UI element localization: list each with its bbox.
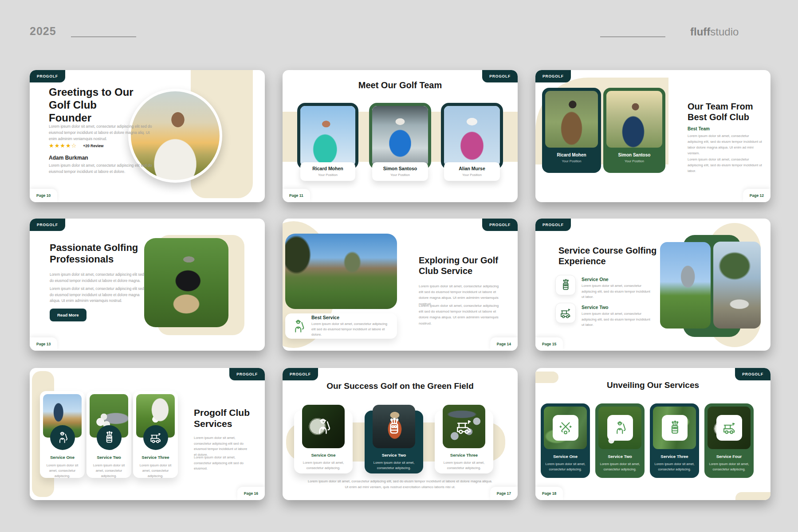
paragraph: Lorem ipsum dolor sit amet, consectetur …	[688, 133, 762, 156]
service-photo	[302, 405, 345, 448]
header-rule-right	[600, 36, 665, 37]
service-text: Lorem ipsum dolor sit amet, consectetur …	[545, 462, 586, 472]
slide-best-team[interactable]: PROGOLF Ricard Mohen Your Position Simon…	[535, 70, 770, 202]
service-card: Service One Lorem ipsum dolor sit amet, …	[541, 403, 590, 478]
founder-description: Lorem ipsum dolor sit amet, consectetur …	[49, 162, 153, 175]
team-member-nameplate: Ricard Mohen Your Position	[300, 162, 355, 181]
template-showcase-canvas: 2025 fluffstudio PROGOLF Greetings to Ou…	[0, 0, 798, 532]
page-number-tab: Page 12	[743, 189, 770, 202]
page-number-tab: Page 15	[535, 337, 563, 351]
slide-passionate[interactable]: PROGOLF Passionate Golfing Professionals…	[30, 219, 265, 351]
team-member-photo	[372, 106, 428, 166]
golf-bag-icon	[97, 425, 122, 450]
service-text: Lorem ipsum dolor sit amet, consectetur …	[440, 460, 488, 471]
golf-course-photo	[285, 234, 397, 309]
service-item-text: Lorem ipsum dolor sit amet, consectetur …	[582, 311, 652, 328]
crossed-clubs-icon	[553, 415, 578, 441]
member-position: Your Position	[302, 173, 354, 177]
palm-trees-photo	[713, 242, 761, 329]
slide-title: Our Success Golf on the Green Field	[283, 381, 518, 391]
member-position: Your Position	[445, 173, 499, 177]
progolf-badge: PROGOLF	[229, 368, 265, 380]
star-icon: ★	[66, 142, 71, 149]
team-member-card	[441, 103, 503, 169]
slide-team[interactable]: PROGOLF Meet Our Golf Team Ricard Mohen …	[283, 70, 518, 202]
service-text: Lorem ipsum dolor sit amet, consectetur …	[654, 462, 695, 472]
member-name: Alian Murse	[445, 166, 499, 171]
service-item-title: Service One	[582, 277, 609, 282]
golf-cart-icon	[716, 415, 742, 441]
team-member-nameplate: Alian Murse Your Position	[444, 162, 500, 181]
golfer-icon	[607, 415, 633, 441]
service-card: Service Two Lorem ipsum dolor sit amet, …	[86, 391, 131, 478]
member-position: Your Position	[373, 173, 427, 177]
rating-row: ★ ★ ★ ★ ☆ +20 Review	[49, 142, 103, 149]
member-name: Ricard Mohen	[302, 166, 354, 171]
golf-bag-icon	[384, 417, 404, 436]
service-item-title: Service Two	[582, 305, 609, 310]
founder-name: Adam Burkman	[49, 155, 88, 161]
progolf-badge: PROGOLF	[283, 368, 318, 380]
service-photo	[373, 405, 415, 448]
team-member-photo	[545, 91, 598, 148]
feature-text: Lorem ipsum dolor sit amet, consectetur …	[311, 321, 392, 337]
progolf-badge: PROGOLF	[30, 219, 65, 231]
page-number-tab: Page 17	[490, 487, 518, 500]
slide-body-text: Lorem ipsum dolor sit amet, consectetur …	[49, 123, 153, 142]
footer-paragraph: Lorem ipsum dolor sit amet, consectetur …	[307, 479, 493, 490]
paragraph: Lorem ipsum dolor sit amet, consectetur …	[194, 455, 251, 472]
star-icon: ★	[60, 142, 66, 149]
slide-exploring[interactable]: PROGOLF Best Service Lorem ipsum dolor s…	[283, 219, 518, 351]
service-title: Service One	[294, 453, 353, 458]
slide-founder[interactable]: PROGOLF Greetings to Our Golf Club Found…	[30, 70, 265, 202]
best-service-texts: Best Service Lorem ipsum dolor sit amet,…	[311, 315, 392, 337]
service-card: Service Two Lorem ipsum dolor sit amet, …	[595, 403, 645, 478]
studio-logo-light: studio	[710, 26, 739, 38]
feature-title: Best Service	[311, 315, 392, 320]
progolf-badge: PROGOLF	[482, 219, 518, 231]
star-icon: ★	[55, 142, 60, 149]
page-number-tab: Page 14	[490, 337, 518, 351]
star-outline-icon: ☆	[71, 142, 77, 149]
slide-club-services[interactable]: PROGOLF Service One Lorem ipsum dolor si…	[30, 368, 265, 500]
slide-service-course[interactable]: PROGOLF Service Course Golfing Experienc…	[535, 219, 770, 351]
header-rule-left	[71, 36, 136, 37]
member-name: Ricard Mohen	[545, 153, 598, 157]
read-more-button[interactable]: Read More	[50, 309, 86, 321]
service-card: Service One Lorem ipsum dolor sit amet, …	[40, 391, 85, 478]
member-name: Simon Santoso	[606, 153, 662, 157]
service-card: Service Three Lorem ipsum dolor sit amet…	[650, 403, 699, 478]
progolf-badge: PROGOLF	[735, 368, 770, 380]
golf-swing-photo	[660, 242, 711, 329]
service-text: Lorem ipsum dolor sit amet, consectetur …	[43, 463, 81, 479]
beige-corner	[735, 492, 770, 500]
golfer-icon	[50, 425, 75, 450]
slide-unveiling[interactable]: PROGOLF Unveiling Our Services Service O…	[535, 368, 770, 500]
slide-title: Unveiling Our Services	[535, 380, 770, 391]
slide-title: Exploring Our Golf Club Service	[419, 255, 501, 276]
team-member-card: Ricard Mohen Your Position	[542, 88, 601, 173]
progolf-badge: PROGOLF	[535, 70, 571, 82]
service-card: Service Three Lorem ipsum dolor sit amet…	[133, 391, 178, 478]
service-title: Service One	[541, 454, 590, 459]
service-text: Lorem ipsum dolor sit amet, consectetur …	[599, 462, 641, 472]
service-icon-tile	[555, 303, 576, 323]
progolf-badge: PROGOLF	[535, 219, 571, 231]
page-number-tab: Page 13	[30, 337, 57, 351]
golfer-icon	[314, 417, 333, 436]
year-label: 2025	[30, 25, 56, 38]
golf-cart-icon	[559, 306, 572, 320]
member-name: Simon Santoso	[373, 166, 427, 171]
service-item-text: Lorem ipsum dolor sit amet, consectetur …	[582, 283, 652, 300]
golf-cart-icon	[143, 425, 168, 450]
golfer-photo	[144, 238, 228, 327]
page-number-tab: Page 10	[30, 189, 57, 202]
slide-success[interactable]: PROGOLF Our Success Golf on the Green Fi…	[283, 368, 518, 500]
paragraph: Lorem ipsum dolor sit amet, consectetur …	[419, 303, 502, 326]
service-title: Service Three	[133, 455, 178, 460]
studio-logo-bold: fluff	[690, 26, 710, 38]
golf-bag-icon	[662, 415, 688, 441]
golf-cart-icon	[454, 417, 474, 436]
page-number-tab: Page 16	[237, 487, 265, 500]
service-card: Service Four Lorem ipsum dolor sit amet,…	[704, 403, 754, 478]
